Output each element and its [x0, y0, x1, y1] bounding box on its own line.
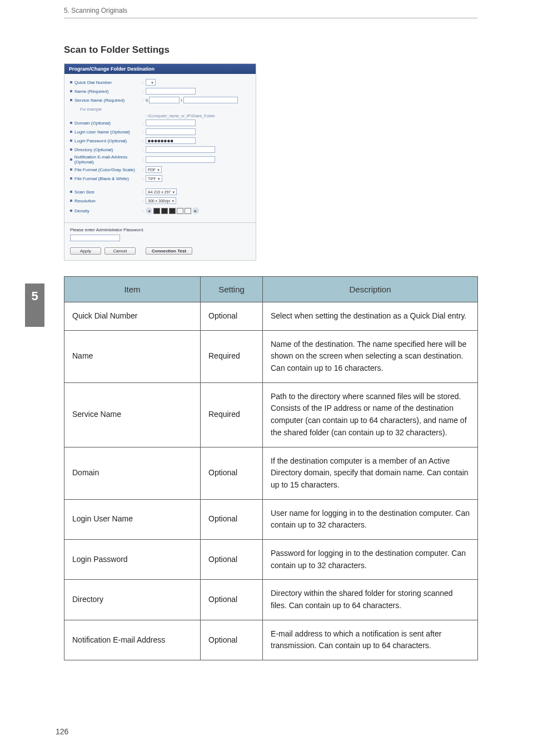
cell-setting: Optional [201, 580, 263, 620]
label-notify: Notification E-mail Address (Optional) [74, 155, 142, 165]
table-row: Login Password Optional Password for log… [64, 539, 478, 579]
login-user-input[interactable] [146, 128, 196, 135]
section-title: Scan to Folder Settings [64, 44, 478, 56]
name-input[interactable] [146, 88, 196, 94]
breadcrumb: 5. Scanning Originals [64, 7, 127, 14]
label-domain: Domain (Optional) [74, 121, 111, 126]
label-scan-size: Scan Size [74, 190, 94, 195]
label-example: For example [80, 107, 102, 111]
chapter-tab: 5 [25, 284, 44, 327]
cell-item: Directory [64, 580, 201, 620]
cell-setting: Optional [201, 620, 263, 660]
label-directory: Directory (Optional) [74, 147, 113, 152]
cell-item: Quick Dial Number [64, 302, 201, 331]
density-cell[interactable] [169, 208, 176, 214]
chapter-number: 5 [31, 289, 38, 304]
cell-item: Login User Name [64, 499, 201, 539]
settings-panel-screenshot: Program/Change Folder Destination Quick … [64, 63, 256, 261]
table-row: Directory Optional Directory within the … [64, 580, 478, 620]
cell-desc: Password for logging in to the destinati… [263, 539, 478, 579]
cell-setting: Required [201, 330, 263, 382]
settings-table: Item Setting Description Quick Dial Numb… [64, 276, 478, 660]
cell-desc: Path to the directory where scanned file… [263, 382, 478, 447]
cell-setting: Optional [201, 447, 263, 499]
notify-input[interactable] [146, 156, 215, 163]
label-service: Service Name (Required) [74, 98, 124, 103]
cell-desc: User name for logging in to the destinat… [263, 499, 478, 539]
page-header: 5. Scanning Originals [64, 7, 477, 18]
cell-item: Notification E-mail Address [64, 620, 201, 660]
panel-title: Program/Change Folder Destination [64, 64, 256, 74]
cell-item: Domain [64, 447, 201, 499]
cell-desc: E-mail address to which a notification i… [263, 620, 478, 660]
page-number: 126 [56, 727, 68, 736]
col-setting: Setting [201, 277, 263, 302]
label-resolution: Resolution [74, 198, 96, 203]
cell-setting: Optional [201, 539, 263, 579]
density-cell[interactable] [161, 208, 168, 214]
col-description: Description [263, 277, 478, 302]
density-cell[interactable] [177, 208, 183, 214]
service-folder-input[interactable] [183, 97, 238, 103]
scan-size-select[interactable]: A4 210 x 297 [146, 188, 177, 195]
resolution-select[interactable]: 300 x 300dpi [146, 197, 176, 204]
label-login-user: Login User Name (Optional) [74, 130, 130, 135]
label-quick-dial: Quick Dial Number [74, 80, 112, 85]
cell-setting: Required [201, 382, 263, 447]
table-row: Notification E-mail Address Optional E-m… [64, 620, 478, 660]
label-login-pass: Login Password (Optional) [74, 138, 127, 143]
table-row: Name Required Name of the destination. T… [64, 330, 478, 382]
density-lighter-icon[interactable]: ◄ [146, 207, 152, 214]
cell-desc: Select when setting the destination as a… [263, 302, 478, 331]
label-ff-color: File Format (Color/Gray Scale) [74, 167, 135, 172]
ff-bw-select[interactable]: TIFF [146, 175, 162, 182]
table-row: Service Name Required Path to the direct… [64, 382, 478, 447]
label-ff-bw: File Format (Black & White) [74, 176, 129, 181]
directory-input[interactable] [146, 146, 215, 153]
ff-color-select[interactable]: PDF [146, 166, 162, 173]
cell-item: Login Password [64, 539, 201, 579]
table-row: Login User Name Optional User name for l… [64, 499, 478, 539]
service-prefix: \\ [146, 98, 148, 103]
login-pass-input[interactable]: ●●●●●●●● [146, 137, 196, 144]
density-cell[interactable] [153, 208, 160, 214]
service-host-input[interactable] [149, 97, 180, 103]
admin-password-input[interactable] [70, 235, 120, 241]
domain-input[interactable] [146, 120, 196, 126]
cell-desc: If the destination computer is a member … [263, 447, 478, 499]
admin-password-prompt: Please enter Administrator Password. [70, 227, 250, 232]
label-density: Density [74, 208, 89, 213]
density-slider[interactable]: ◄ ► [146, 207, 199, 214]
cell-desc: Name of the destination. The name specif… [263, 330, 478, 382]
example-path: : \\Computer_name_or_IP\Share_Folder [146, 114, 250, 118]
apply-button[interactable]: Apply [70, 247, 101, 255]
cell-item: Service Name [64, 382, 201, 447]
table-row: Domain Optional If the destination compu… [64, 447, 478, 499]
col-item: Item [64, 277, 201, 302]
cell-setting: Optional [201, 302, 263, 331]
service-mid: \ [181, 98, 182, 103]
density-cell[interactable] [185, 208, 191, 214]
cancel-button[interactable]: Cancel [104, 247, 136, 255]
connection-test-button[interactable]: Connection Test [146, 247, 192, 255]
cell-setting: Optional [201, 499, 263, 539]
cell-item: Name [64, 330, 201, 382]
label-name: Name (Required) [74, 89, 108, 94]
table-row: Quick Dial Number Optional Select when s… [64, 302, 478, 331]
cell-desc: Directory within the shared folder for s… [263, 580, 478, 620]
quick-dial-select[interactable] [146, 79, 156, 86]
density-darker-icon[interactable]: ► [192, 207, 199, 214]
